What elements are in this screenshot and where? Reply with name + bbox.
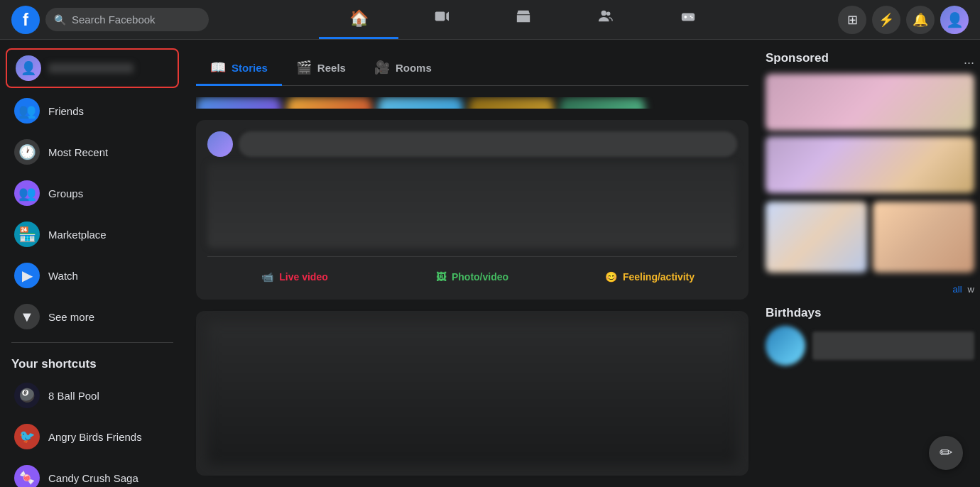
svg-rect-4 [682, 13, 695, 21]
tab-reels[interactable]: 🎬 Reels [282, 51, 360, 86]
tab-stories-label: Stories [232, 62, 268, 74]
video-icon [433, 9, 449, 28]
sidebar-item-angrybirds[interactable]: 🐦 Angry Birds Friends [6, 417, 179, 456]
composer-input-blurred[interactable] [239, 131, 737, 157]
search-icon: 🔍 [54, 14, 66, 26]
story-card-4[interactable] [469, 97, 554, 109]
sidebar-item-candycrush[interactable]: 🍬 Candy Crush Saga [6, 458, 179, 487]
main-content: 👤 👥 Friends 🕐 Most Recent 👥 Groups 🏪 Mar… [0, 40, 980, 487]
live-video-label: Live video [279, 271, 327, 283]
grid-button[interactable]: ⊞ [838, 6, 866, 34]
sponsored-card-1[interactable] [766, 74, 974, 193]
live-video-icon: 📹 [261, 271, 273, 283]
see-more-icon: ▼ [14, 304, 40, 329]
sidebar-item-8ball[interactable]: 🎱 8 Ball Pool [6, 376, 179, 415]
birthday-text-blurred [812, 332, 974, 360]
grid-icon: ⊞ [847, 12, 858, 28]
sponsored-title: Sponsored [766, 51, 829, 65]
feeling-icon: 😊 [605, 271, 617, 283]
right-sidebar: Sponsored ··· all w Birthdays [760, 40, 980, 487]
sidebar-label-8ball: 8 Ball Pool [48, 390, 99, 402]
feed-post-blurred-1 [207, 322, 737, 464]
post-actions-row: 📹 Live video 🖼 Photo/video 😊 Feeling/act… [207, 256, 737, 288]
story-card-2[interactable] [287, 97, 372, 109]
nav-marketplace[interactable] [484, 0, 563, 39]
photo-video-label: Photo/video [452, 271, 508, 283]
messenger-icon: ⚡ [878, 12, 894, 28]
nav-gaming[interactable] [648, 0, 728, 39]
story-card-3[interactable] [378, 97, 463, 109]
notifications-button[interactable]: 🔔 [906, 6, 935, 34]
avatar-icon: 👤 [946, 11, 964, 28]
post-composer: 📹 Live video 🖼 Photo/video 😊 Feeling/act… [196, 120, 748, 300]
sponsored-w-label: w [968, 284, 974, 295]
sidebar-item-marketplace[interactable]: 🏪 Marketplace [6, 214, 179, 254]
search-bar[interactable]: 🔍 Search Facebook [45, 8, 209, 31]
sidebar-profile-avatar: 👤 [16, 55, 41, 81]
bell-icon: 🔔 [913, 12, 928, 28]
shortcuts-title: Your shortcuts [0, 349, 185, 374]
feed-tabs: 📖 Stories 🎬 Reels 🎥 Rooms [196, 51, 748, 86]
sidebar-item-friends[interactable]: 👥 Friends [6, 91, 179, 131]
sidebar-divider [11, 342, 173, 343]
sidebar-profile-item[interactable]: 👤 [6, 48, 179, 88]
nav-groups[interactable] [566, 0, 646, 39]
marketplace-icon [516, 9, 531, 28]
sponsored-menu[interactable]: ··· [964, 55, 974, 70]
nav-video[interactable] [401, 0, 481, 39]
candycrush-icon: 🍬 [14, 465, 40, 487]
feed-post-1 [196, 311, 748, 476]
live-video-button[interactable]: 📹 Live video [207, 266, 382, 288]
groups-icon [598, 9, 614, 28]
sidebar-profile-name [48, 63, 134, 73]
sponsored-image-4 [873, 202, 974, 273]
photo-video-button[interactable]: 🖼 Photo/video [385, 266, 560, 288]
app-header: f 🔍 Search Facebook 🏠 [0, 0, 980, 40]
profile-avatar-header[interactable]: 👤 [940, 6, 969, 34]
reels-tab-icon: 🎬 [296, 60, 312, 75]
feeling-button[interactable]: 😊 Feeling/activity [562, 266, 737, 288]
sidebar-item-see-more[interactable]: ▼ See more [6, 297, 179, 336]
gaming-icon [680, 9, 696, 28]
sidebar-label-see-more: See more [48, 311, 94, 323]
svg-marker-1 [446, 12, 449, 21]
tab-rooms[interactable]: 🎥 Rooms [360, 51, 446, 86]
most-recent-icon: 🕐 [14, 139, 40, 165]
post-content-blurred [207, 163, 737, 248]
story-card-5[interactable] [560, 97, 645, 109]
marketplace-sidebar-icon: 🏪 [14, 221, 40, 247]
sidebar-item-watch[interactable]: ▶ Watch [6, 256, 179, 295]
messenger-button[interactable]: ⚡ [872, 6, 900, 34]
home-icon: 🏠 [349, 9, 369, 28]
sidebar-item-groups[interactable]: 👥 Groups [6, 173, 179, 213]
facebook-logo[interactable]: f [11, 6, 40, 34]
sponsored-image-1 [766, 74, 974, 131]
sponsored-all-link[interactable]: all [953, 284, 962, 295]
sidebar-label-watch: Watch [48, 270, 78, 282]
svg-point-8 [691, 17, 692, 18]
sponsored-image-3 [766, 202, 867, 273]
sidebar-label-most-recent: Most Recent [48, 146, 108, 158]
composer-avatar [207, 131, 233, 157]
groups-sidebar-icon: 👥 [14, 180, 40, 206]
search-input[interactable]: Search Facebook [72, 13, 156, 26]
sidebar-label-marketplace: Marketplace [48, 229, 107, 241]
birthdays-title: Birthdays [766, 306, 974, 320]
tab-stories[interactable]: 📖 Stories [196, 51, 282, 86]
nav-home[interactable]: 🏠 [319, 0, 398, 39]
center-feed: 📖 Stories 🎬 Reels 🎥 Rooms [185, 40, 760, 487]
story-card-1[interactable] [196, 97, 281, 109]
main-nav: 🏠 [214, 0, 832, 39]
feeling-label: Feeling/activity [623, 271, 695, 283]
sidebar-item-most-recent[interactable]: 🕐 Most Recent [6, 132, 179, 172]
tab-reels-label: Reels [317, 62, 346, 74]
messenger-fab[interactable]: ✏ [929, 436, 963, 470]
svg-point-3 [606, 12, 611, 16]
tab-rooms-label: Rooms [396, 62, 432, 74]
sidebar-label-friends: Friends [48, 105, 84, 117]
sidebar-label-groups: Groups [48, 187, 83, 199]
sponsored-image-2 [766, 136, 974, 193]
angrybirds-icon: 🐦 [14, 424, 40, 449]
left-sidebar: 👤 👥 Friends 🕐 Most Recent 👥 Groups 🏪 Mar… [0, 40, 185, 487]
stories-tab-icon: 📖 [210, 60, 226, 75]
